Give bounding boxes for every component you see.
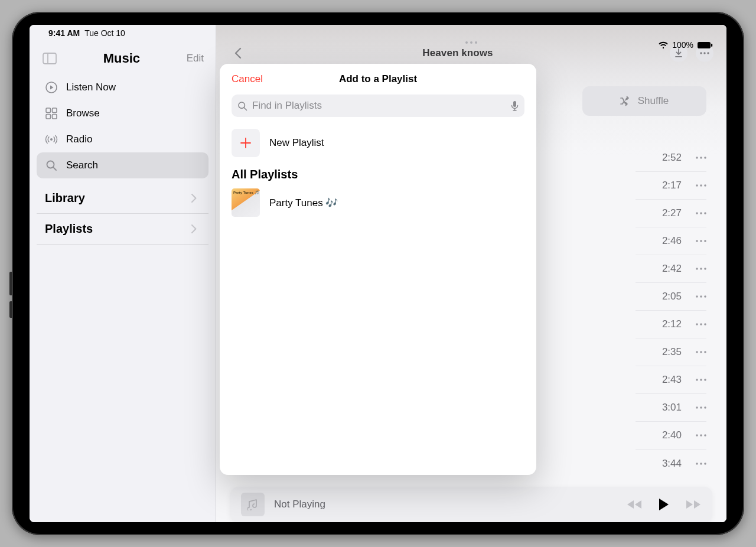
track-row: 3:44 xyxy=(636,450,706,477)
page-title: Heaven knows xyxy=(253,47,663,59)
ipad-screen: 9:41 AM Tue Oct 10 Music Edit Listen Now xyxy=(30,25,726,522)
svg-rect-3 xyxy=(46,108,51,113)
wifi-icon xyxy=(658,41,669,49)
svg-point-42 xyxy=(696,406,698,409)
svg-point-47 xyxy=(704,434,706,437)
svg-point-21 xyxy=(696,212,698,214)
search-field[interactable] xyxy=(232,95,524,117)
svg-point-15 xyxy=(696,157,698,159)
new-playlist-label: New Playlist xyxy=(269,137,324,149)
sidebar-item-label: Browse xyxy=(66,108,100,119)
svg-point-39 xyxy=(696,379,698,381)
sidebar-nav: Listen Now Browse Radio Search xyxy=(30,74,216,178)
track-duration: 3:01 xyxy=(662,402,682,413)
back-button[interactable] xyxy=(229,45,246,61)
now-playing-bar[interactable]: Not Playing xyxy=(230,487,712,522)
svg-point-37 xyxy=(700,351,702,353)
track-more-button[interactable] xyxy=(696,463,706,465)
svg-rect-11 xyxy=(711,44,712,47)
sidebar-item-search[interactable]: Search xyxy=(37,152,208,178)
svg-point-22 xyxy=(700,212,702,214)
search-icon xyxy=(45,159,58,172)
track-more-button[interactable] xyxy=(696,379,706,381)
svg-point-14 xyxy=(707,52,709,54)
svg-point-26 xyxy=(704,240,706,242)
status-date: Tue Oct 10 xyxy=(84,28,125,38)
forward-button[interactable] xyxy=(685,499,702,510)
track-duration: 2:27 xyxy=(662,207,682,219)
microphone-icon[interactable] xyxy=(511,100,519,112)
track-list: 2:52 2:17 2:27 2:46 2:42 2:05 2:12 2:35 … xyxy=(636,144,706,477)
svg-rect-0 xyxy=(43,53,56,64)
svg-point-31 xyxy=(700,295,702,298)
sidebar-section-library[interactable]: Library xyxy=(37,183,208,214)
svg-point-23 xyxy=(704,212,706,214)
svg-rect-4 xyxy=(53,108,57,113)
svg-point-24 xyxy=(696,240,698,242)
svg-point-43 xyxy=(700,406,702,409)
track-more-button[interactable] xyxy=(696,434,706,437)
svg-point-32 xyxy=(704,295,706,298)
track-row: 2:27 xyxy=(636,200,706,227)
track-row: 2:40 xyxy=(636,422,706,450)
sidebar-item-listen-now[interactable]: Listen Now xyxy=(37,74,208,100)
section-label: Library xyxy=(45,191,85,205)
svg-point-20 xyxy=(704,184,706,187)
shuffle-icon xyxy=(620,96,632,106)
svg-point-18 xyxy=(696,184,698,187)
all-playlists-header: All Playlists xyxy=(220,168,536,186)
svg-point-46 xyxy=(700,434,702,437)
play-button[interactable] xyxy=(658,498,670,511)
playlist-name: Party Tunes 🎶 xyxy=(269,197,338,209)
track-row: 2:12 xyxy=(636,311,706,338)
track-more-button[interactable] xyxy=(696,323,706,325)
svg-rect-5 xyxy=(46,115,51,119)
search-icon xyxy=(237,101,247,111)
sidebar-item-browse[interactable]: Browse xyxy=(37,100,208,126)
sidebar-item-label: Radio xyxy=(66,134,92,145)
svg-rect-10 xyxy=(698,42,711,48)
sidebar-toggle-icon[interactable] xyxy=(43,53,57,64)
svg-point-41 xyxy=(704,379,706,381)
cancel-button[interactable]: Cancel xyxy=(232,73,263,85)
track-more-button[interactable] xyxy=(696,157,706,159)
track-more-button[interactable] xyxy=(696,268,706,270)
play-circle-icon xyxy=(45,81,58,94)
svg-line-9 xyxy=(53,167,56,170)
status-bar: 9:41 AM Tue Oct 10 xyxy=(43,28,125,38)
modal-header: Cancel Add to a Playlist xyxy=(220,64,536,95)
new-playlist-button[interactable]: New Playlist xyxy=(220,125,536,168)
playlist-row[interactable]: Party Tunes 🎶 xyxy=(220,186,536,219)
svg-point-27 xyxy=(696,268,698,270)
track-more-button[interactable] xyxy=(696,212,706,214)
sidebar-section-playlists[interactable]: Playlists xyxy=(37,214,208,245)
track-duration: 2:43 xyxy=(662,374,682,386)
sidebar: 9:41 AM Tue Oct 10 Music Edit Listen Now xyxy=(30,25,216,522)
svg-point-12 xyxy=(700,52,702,54)
chevron-right-icon xyxy=(191,194,197,203)
edit-button[interactable]: Edit xyxy=(187,53,204,64)
multitask-dots-icon[interactable] xyxy=(465,41,477,44)
track-more-button[interactable] xyxy=(696,295,706,298)
sidebar-item-radio[interactable]: Radio xyxy=(37,126,208,152)
sidebar-item-label: Listen Now xyxy=(66,82,116,93)
svg-point-25 xyxy=(700,240,702,242)
track-more-button[interactable] xyxy=(696,184,706,187)
battery-icon xyxy=(697,41,713,49)
shuffle-label: Shuffle xyxy=(638,95,669,107)
track-more-button[interactable] xyxy=(696,351,706,353)
search-input[interactable] xyxy=(252,100,506,112)
shuffle-button[interactable]: Shuffle xyxy=(582,86,706,116)
svg-point-33 xyxy=(696,323,698,325)
svg-point-34 xyxy=(700,323,702,325)
track-row: 2:35 xyxy=(636,338,706,366)
track-row: 2:52 xyxy=(636,144,706,172)
svg-point-38 xyxy=(704,351,706,353)
track-more-button[interactable] xyxy=(696,240,706,242)
svg-point-40 xyxy=(700,379,702,381)
playlist-artwork xyxy=(232,188,260,217)
rewind-button[interactable] xyxy=(626,499,643,510)
track-more-button[interactable] xyxy=(696,406,706,409)
radio-icon xyxy=(45,133,58,146)
status-bar-right: 100% xyxy=(658,40,713,50)
